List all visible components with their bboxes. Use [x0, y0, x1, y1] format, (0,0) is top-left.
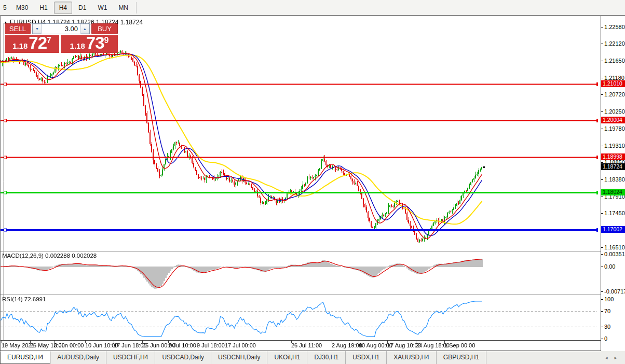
- symbol-tab-ukoil[interactable]: UKOil,H1: [267, 351, 307, 364]
- level-price-label: 1.18024: [601, 189, 625, 195]
- symbol-tab-usdcad[interactable]: USDCAD,Daily: [155, 351, 211, 364]
- tf-button-5[interactable]: 5: [1, 2, 10, 14]
- chart-window: ▲EURUSD,H4 1.18724 1.18726 1.18724 1.187…: [0, 16, 625, 351]
- symbol-tab-bar: EURUSD,H4AUDUSD,DailyUSDCHF,H4USDCAD,Dai…: [0, 351, 625, 364]
- chart-canvas[interactable]: [1, 16, 601, 351]
- current-price-label: 1.18724: [601, 163, 625, 170]
- volume-increase-icon[interactable]: ▲: [80, 24, 89, 34]
- one-click-trade-panel: SELL ▼ ▲ BUY 1.18727 1.18739: [5, 23, 118, 53]
- rsi-label: RSI(14) 72.6991: [2, 296, 46, 302]
- symbol-tab-usdchf[interactable]: USDCHF,H4: [106, 351, 155, 364]
- tab-scroll-left-icon[interactable]: ◄: [604, 356, 614, 360]
- tf-button-MN[interactable]: MN: [113, 2, 133, 14]
- level-price-label: 1.17002: [601, 226, 625, 233]
- sell-price-prefix: 1.18: [12, 41, 28, 50]
- date-label: 9 Jul 18:00: [197, 342, 225, 348]
- price-axis[interactable]: 1.225801.221201.216501.211801.207201.202…: [601, 16, 625, 351]
- buy-price-quote[interactable]: 1.18739: [61, 35, 118, 53]
- toolbar-separator: [136, 2, 137, 13]
- buy-button[interactable]: BUY: [91, 23, 118, 34]
- level-price-label: 1.21010: [601, 80, 625, 87]
- date-label: 17 Jul 00:00: [225, 342, 256, 348]
- sell-button[interactable]: SELL: [5, 23, 31, 34]
- symbol-tab-xauusd[interactable]: XAUUSD,H4: [387, 351, 437, 364]
- tf-button-H1[interactable]: H1: [34, 2, 52, 14]
- date-label: 2 Jul 10:00: [168, 342, 196, 348]
- tf-button-M30[interactable]: M30: [11, 2, 33, 14]
- sell-price-big: 72: [29, 35, 47, 51]
- buy-price-big: 73: [86, 35, 104, 51]
- volume-spinner: ▼ ▲: [32, 23, 90, 34]
- sell-price-sup: 7: [47, 36, 51, 45]
- sell-price-quote[interactable]: 1.18727: [5, 35, 59, 53]
- symbol-tab-usdx[interactable]: USDX,H1: [346, 351, 387, 364]
- symbol-tab-audusd[interactable]: AUDUSD,Daily: [50, 351, 106, 364]
- symbol-tab-gbpusd[interactable]: GBPUSD,H1: [437, 351, 486, 364]
- macd-label: MACD(12,26,9) 0.002288 0.002028: [2, 253, 97, 259]
- date-label: 1 Sep 00:00: [444, 342, 475, 348]
- date-label: 3 Jun 00:00: [54, 342, 84, 348]
- buy-price-sup: 9: [104, 36, 109, 45]
- tab-scroll-right-icon[interactable]: ►: [614, 356, 623, 360]
- symbol-tab-usdcnh[interactable]: USDCNH,Daily: [211, 351, 267, 364]
- tf-button-H4[interactable]: H4: [54, 2, 72, 14]
- date-label: 26 Jul 11:00: [291, 342, 322, 348]
- volume-input[interactable]: [42, 24, 80, 34]
- date-label: 2 Aug 19:00: [332, 342, 362, 348]
- level-price-label: 1.18998: [601, 153, 625, 160]
- symbol-tab-dj30[interactable]: DJ30,H1: [307, 351, 346, 364]
- level-price-label: 1.20004: [601, 117, 625, 123]
- symbol-tab-eurusd[interactable]: EURUSD,H4: [0, 351, 50, 364]
- volume-decrease-icon[interactable]: ▼: [33, 24, 42, 34]
- buy-price-prefix: 1.18: [70, 41, 85, 50]
- tf-button-D1[interactable]: D1: [73, 2, 91, 14]
- timeframe-toolbar: 5M30H1H4D1W1MN: [0, 0, 625, 16]
- tf-button-W1[interactable]: W1: [92, 2, 112, 14]
